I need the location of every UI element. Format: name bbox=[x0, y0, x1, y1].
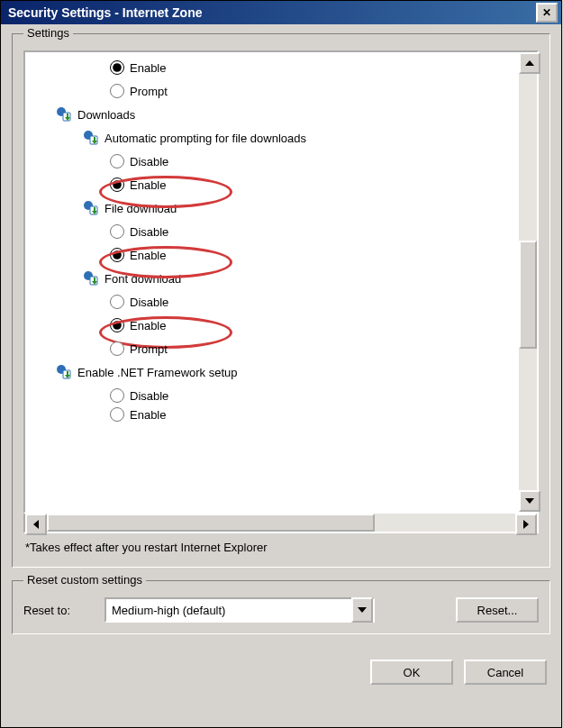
download-icon bbox=[83, 200, 99, 216]
radio-label: Enable bbox=[130, 319, 166, 332]
vertical-scrollbar[interactable] bbox=[519, 52, 537, 512]
tree-header: Font download bbox=[31, 267, 517, 290]
radio-label: Disable bbox=[130, 389, 168, 403]
reset-legend: Reset custom settings bbox=[23, 573, 146, 587]
tree-header-label: Enable .NET Framework setup bbox=[77, 366, 238, 379]
close-button[interactable]: ✕ bbox=[536, 3, 558, 23]
title-bar: Security Settings - Internet Zone ✕ bbox=[1, 1, 561, 24]
download-icon bbox=[56, 106, 72, 123]
dialog-button-row: OK Cancel bbox=[12, 647, 550, 685]
radio-option[interactable]: Enable bbox=[110, 248, 166, 262]
cancel-button[interactable]: Cancel bbox=[464, 660, 547, 685]
scroll-up-button[interactable] bbox=[519, 52, 540, 74]
chevron-left-icon bbox=[33, 520, 39, 529]
radio-label: Disable bbox=[130, 155, 168, 168]
tree-header-label: Downloads bbox=[77, 108, 135, 122]
chevron-down-icon bbox=[358, 607, 367, 613]
radio-label: Prompt bbox=[130, 342, 168, 356]
tree-header: Downloads bbox=[31, 103, 517, 126]
radio-label: Disable bbox=[130, 296, 168, 309]
vertical-scroll-thumb[interactable] bbox=[519, 241, 537, 349]
radio-option[interactable]: Disable bbox=[110, 295, 168, 309]
vertical-scroll-track[interactable] bbox=[519, 74, 537, 490]
radio-option[interactable]: Prompt bbox=[110, 84, 168, 98]
radio-input[interactable] bbox=[110, 388, 124, 403]
radio-input[interactable] bbox=[110, 154, 124, 168]
security-level-combo[interactable]: Medium-high (default) bbox=[104, 597, 375, 623]
dialog-client-area: Settings EnablePrompt Downloads Automati… bbox=[1, 24, 561, 694]
radio-label: Enable bbox=[130, 408, 166, 422]
radio-option[interactable]: Enable bbox=[110, 318, 166, 332]
download-icon bbox=[56, 364, 72, 380]
radio-input[interactable] bbox=[110, 177, 124, 192]
settings-groupbox: Settings EnablePrompt Downloads Automati… bbox=[12, 33, 550, 568]
reset-button[interactable]: Reset... bbox=[456, 597, 539, 623]
radio-input[interactable] bbox=[110, 248, 124, 262]
security-settings-dialog: Security Settings - Internet Zone ✕ Sett… bbox=[0, 0, 562, 728]
radio-option[interactable]: Disable bbox=[110, 154, 168, 168]
tree-radio-item: Prompt bbox=[31, 79, 517, 103]
chevron-up-icon bbox=[525, 60, 534, 66]
radio-option[interactable]: Prompt bbox=[110, 341, 168, 356]
radio-option[interactable]: Enable bbox=[110, 407, 166, 422]
window-title: Security Settings - Internet Zone bbox=[8, 5, 536, 20]
combo-value: Medium-high (default) bbox=[112, 604, 351, 617]
close-icon: ✕ bbox=[542, 7, 551, 18]
radio-option[interactable]: Enable bbox=[110, 60, 166, 75]
download-icon bbox=[83, 130, 99, 146]
tree-header-label: Automatic prompting for file downloads bbox=[104, 132, 306, 145]
tree-header: File download bbox=[31, 196, 517, 220]
tree-header-label: Font download bbox=[104, 272, 181, 286]
tree-header-label: File download bbox=[104, 202, 177, 215]
radio-option[interactable]: Disable bbox=[110, 388, 168, 403]
horizontal-scrollbar[interactable] bbox=[23, 514, 539, 533]
radio-input[interactable] bbox=[110, 318, 124, 332]
reset-groupbox: Reset custom settings Reset to: Medium-h… bbox=[12, 580, 550, 634]
settings-legend: Settings bbox=[23, 26, 73, 40]
settings-tree-frame: EnablePrompt Downloads Automatic prompti… bbox=[23, 50, 539, 514]
settings-tree[interactable]: EnablePrompt Downloads Automatic prompti… bbox=[25, 52, 519, 512]
download-icon bbox=[83, 270, 99, 287]
tree-header: Enable .NET Framework setup bbox=[31, 360, 517, 384]
radio-input[interactable] bbox=[110, 60, 124, 75]
radio-label: Enable bbox=[130, 249, 166, 262]
ok-button[interactable]: OK bbox=[370, 660, 453, 685]
radio-input[interactable] bbox=[110, 84, 124, 98]
horizontal-scroll-track[interactable] bbox=[47, 514, 515, 532]
radio-label: Enable bbox=[130, 61, 166, 75]
radio-label: Disable bbox=[130, 225, 168, 239]
tree-radio-item: Enable bbox=[31, 56, 517, 79]
restart-note: *Takes effect after you restart Internet… bbox=[23, 533, 539, 556]
radio-option[interactable]: Enable bbox=[110, 177, 166, 192]
reset-row: Reset to: Medium-high (default) Reset... bbox=[23, 597, 539, 623]
radio-input[interactable] bbox=[110, 341, 124, 356]
radio-input[interactable] bbox=[110, 407, 124, 422]
tree-radio-item: Disable bbox=[31, 150, 517, 173]
scroll-down-button[interactable] bbox=[519, 490, 540, 512]
radio-label: Prompt bbox=[130, 85, 168, 98]
scroll-left-button[interactable] bbox=[25, 514, 47, 535]
tree-radio-item: Prompt bbox=[31, 337, 517, 360]
tree-radio-item: Disable bbox=[31, 384, 517, 407]
combo-dropdown-button[interactable] bbox=[351, 597, 373, 623]
radio-option[interactable]: Disable bbox=[110, 224, 168, 239]
tree-radio-item: Enable bbox=[31, 173, 517, 196]
tree-radio-item: Enable bbox=[31, 407, 517, 422]
tree-radio-item: Enable bbox=[31, 314, 517, 337]
tree-radio-item: Disable bbox=[31, 220, 517, 243]
radio-input[interactable] bbox=[110, 224, 124, 239]
chevron-right-icon bbox=[523, 520, 529, 529]
reset-to-label: Reset to: bbox=[23, 604, 95, 617]
scroll-right-button[interactable] bbox=[515, 514, 537, 535]
tree-radio-item: Disable bbox=[31, 290, 517, 314]
radio-label: Enable bbox=[130, 178, 166, 192]
radio-input[interactable] bbox=[110, 295, 124, 309]
tree-header: Automatic prompting for file downloads bbox=[31, 126, 517, 150]
horizontal-scroll-thumb[interactable] bbox=[47, 514, 375, 532]
tree-radio-item: Enable bbox=[31, 243, 517, 267]
chevron-down-icon bbox=[525, 498, 534, 504]
